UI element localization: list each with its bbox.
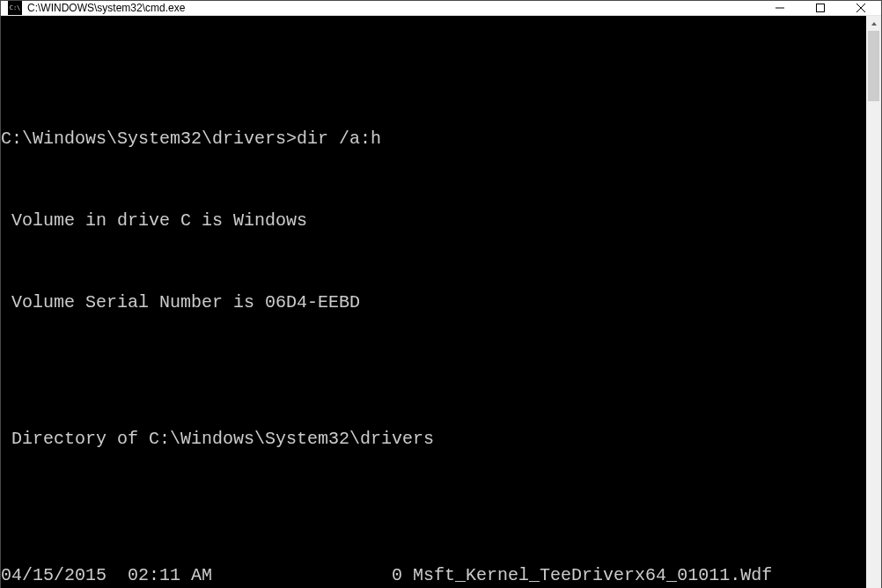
content-area: C:\Windows\System32\drivers>dir /a:h Vol… [1,16,881,588]
terminal-line: Volume Serial Number is 06D4-EEBD [1,289,866,316]
file-entry: 04/15/2015 02:11 AM 0 Msft_Kernel_TeeDri… [1,562,866,588]
cmd-icon: C:\ [8,1,22,15]
prompt: C:\Windows\System32\drivers> [1,129,297,149]
minimize-button[interactable] [760,1,800,15]
vertical-scrollbar[interactable] [866,16,881,588]
terminal-line: Directory of C:\Windows\System32\drivers [1,425,866,452]
scrollbar-thumb[interactable] [868,31,879,101]
cmd-window: C:\ C:\WINDOWS\system32\cmd.exe C:\Windo… [0,0,882,588]
close-button[interactable] [841,1,881,15]
maximize-button[interactable] [800,1,841,15]
scroll-up-button[interactable] [866,16,881,31]
terminal[interactable]: C:\Windows\System32\drivers>dir /a:h Vol… [1,16,866,588]
command: dir /a:h [297,129,381,149]
svg-rect-1 [817,4,825,12]
window-controls [760,1,881,15]
terminal-line: Volume in drive C is Windows [1,207,866,234]
titlebar[interactable]: C:\ C:\WINDOWS\system32\cmd.exe [1,1,881,16]
svg-marker-4 [871,22,877,26]
terminal-line: C:\Windows\System32\drivers>dir /a:h [1,125,866,152]
window-title: C:\WINDOWS\system32\cmd.exe [27,2,185,14]
